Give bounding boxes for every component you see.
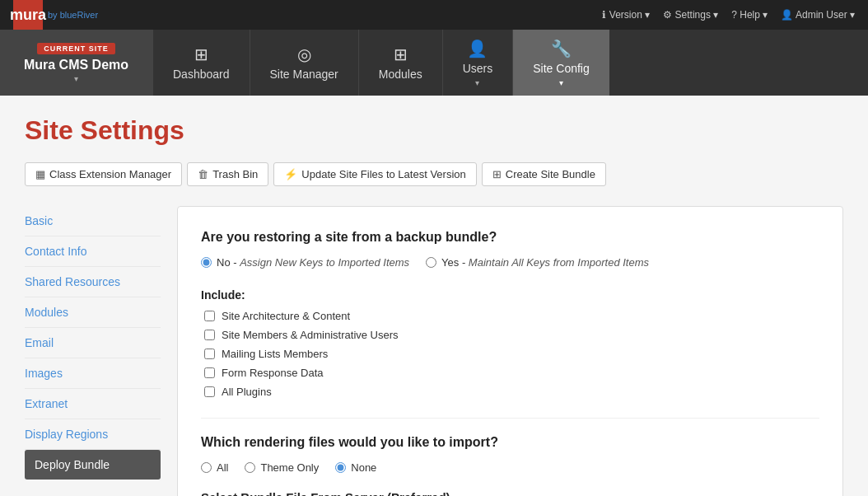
- rendering-all-option[interactable]: All: [201, 461, 228, 474]
- restore-question: Are you restoring a site from a backup b…: [201, 230, 819, 245]
- nav-label-users: Users: [463, 62, 493, 75]
- create-site-bundle-button[interactable]: ⊞ Create Site Bundle: [482, 162, 606, 186]
- sidebar-item-basic[interactable]: Basic: [25, 206, 161, 236]
- restore-yes-radio[interactable]: [426, 257, 436, 268]
- site-name: Mura CMS Demo: [24, 58, 128, 73]
- form-response-label: Form Response Data: [222, 367, 324, 379]
- rendering-none-radio[interactable]: [335, 462, 346, 473]
- nav-item-users[interactable]: 👤 Users ▾: [442, 30, 513, 96]
- nav-item-site-manager[interactable]: ◎ Site Manager: [250, 30, 358, 96]
- restore-radio-group: No - Assign New Keys to Imported Items Y…: [201, 256, 819, 269]
- by-blueriver: by blueRiver: [48, 10, 98, 20]
- rendering-none-option[interactable]: None: [335, 461, 376, 474]
- layout: Basic Contact Info Shared Resources Modu…: [25, 206, 843, 496]
- class-extension-manager-button[interactable]: ▦ Class Extension Manager: [25, 162, 182, 186]
- nav-label-dashboard: Dashboard: [173, 68, 230, 81]
- sidebar: Basic Contact Info Shared Resources Modu…: [25, 206, 177, 496]
- sidebar-item-display-regions[interactable]: Display Regions: [25, 419, 161, 450]
- restore-no-label: No - Assign New Keys to Imported Items: [217, 256, 409, 269]
- nav-item-site-config[interactable]: 🔧 Site Config ▾: [512, 30, 609, 96]
- include-checkbox-group: Site Architecture & Content Site Members…: [201, 310, 819, 398]
- restore-yes-label: Yes - Maintain All Keys from Imported It…: [441, 256, 649, 269]
- site-arch-checkbox[interactable]: [204, 311, 215, 321]
- nav-label-site-manager: Site Manager: [270, 68, 338, 81]
- nav-brand[interactable]: CURRENT SITE Mura CMS Demo ▾: [0, 30, 152, 96]
- include-label: Include:: [201, 288, 819, 302]
- page-title: Site Settings: [25, 115, 843, 146]
- content-panel: Are you restoring a site from a backup b…: [177, 206, 843, 496]
- sidebar-item-email[interactable]: Email: [25, 328, 161, 358]
- top-bar-left: mura by blueRiver: [13, 0, 98, 30]
- rendering-theme-only-radio[interactable]: [245, 462, 255, 473]
- toolbar: ▦ Class Extension Manager 🗑 Trash Bin ⚡ …: [25, 162, 843, 186]
- section-divider: [201, 418, 819, 419]
- all-plugins-label: All Plugins: [222, 386, 272, 398]
- top-bar: mura by blueRiver ℹ Version ▾ ⚙ Settings…: [0, 0, 868, 30]
- rendering-theme-only-option[interactable]: Theme Only: [245, 461, 319, 474]
- include-all-plugins[interactable]: All Plugins: [204, 386, 819, 398]
- sidebar-item-shared-resources[interactable]: Shared Resources: [25, 267, 161, 297]
- nav-item-modules[interactable]: ⊞ Modules: [358, 30, 442, 96]
- sidebar-item-modules[interactable]: Modules: [25, 297, 161, 328]
- sidebar-item-deploy-bundle[interactable]: Deploy Bundle: [25, 450, 161, 480]
- all-plugins-checkbox[interactable]: [204, 386, 215, 397]
- modules-icon: ⊞: [394, 44, 408, 64]
- site-config-icon: 🔧: [551, 39, 572, 58]
- trash-icon: 🗑: [198, 168, 208, 180]
- update-site-files-button[interactable]: ⚡ Update Site Files to Latest Version: [273, 162, 476, 186]
- bundle-icon: ⊞: [492, 168, 502, 180]
- update-icon: ⚡: [284, 168, 297, 180]
- sidebar-item-extranet[interactable]: Extranet: [25, 389, 161, 419]
- restore-no-option[interactable]: No - Assign New Keys to Imported Items: [201, 256, 409, 269]
- site-dropdown-arrow: ▾: [74, 74, 78, 83]
- form-response-checkbox[interactable]: [204, 367, 215, 378]
- trash-bin-button[interactable]: 🗑 Trash Bin: [187, 162, 268, 186]
- mailing-lists-checkbox[interactable]: [204, 349, 215, 359]
- version-menu[interactable]: ℹ Version ▾: [602, 9, 650, 21]
- include-site-members[interactable]: Site Members & Administrative Users: [204, 329, 819, 341]
- nav-item-dashboard[interactable]: ⊞ Dashboard: [152, 30, 250, 96]
- site-manager-icon: ◎: [297, 44, 311, 64]
- restore-no-radio[interactable]: [201, 257, 212, 268]
- admin-user-menu[interactable]: 👤 Admin User ▾: [781, 9, 855, 21]
- include-mailing-lists[interactable]: Mailing Lists Members: [204, 348, 819, 360]
- rendering-none-label: None: [351, 461, 376, 474]
- mailing-lists-label: Mailing Lists Members: [222, 348, 328, 360]
- rendering-all-label: All: [217, 461, 228, 474]
- nav-bar: CURRENT SITE Mura CMS Demo ▾ ⊞ Dashboard…: [0, 30, 868, 96]
- restore-yes-option[interactable]: Yes - Maintain All Keys from Imported It…: [426, 256, 649, 269]
- settings-menu[interactable]: ⚙ Settings ▾: [663, 9, 718, 21]
- include-form-response[interactable]: Form Response Data: [204, 367, 819, 379]
- rendering-all-radio[interactable]: [201, 462, 212, 473]
- help-menu[interactable]: ? Help ▾: [731, 9, 768, 21]
- current-site-badge: CURRENT SITE: [37, 43, 115, 54]
- mura-logo: mura: [13, 0, 43, 30]
- include-site-arch[interactable]: Site Architecture & Content: [204, 310, 819, 322]
- class-extension-icon: ▦: [35, 168, 45, 180]
- site-arch-label: Site Architecture & Content: [222, 310, 350, 322]
- site-members-label: Site Members & Administrative Users: [222, 329, 399, 341]
- nav-label-modules: Modules: [379, 68, 422, 81]
- content-section: Are you restoring a site from a backup b…: [177, 206, 843, 496]
- sidebar-item-contact-info[interactable]: Contact Info: [25, 236, 161, 267]
- bundle-section-title: Select Bundle File From Server (Preferre…: [201, 490, 819, 496]
- dashboard-icon: ⊞: [194, 44, 208, 64]
- sidebar-item-images[interactable]: Images: [25, 358, 161, 389]
- rendering-theme-only-label: Theme Only: [260, 461, 319, 474]
- logo-area: mura by blueRiver: [13, 0, 98, 30]
- users-icon: 👤: [467, 39, 488, 58]
- nav-items: ⊞ Dashboard ◎ Site Manager ⊞ Modules 👤 U…: [152, 30, 868, 96]
- rendering-question: Which rendering files would you like to …: [201, 435, 819, 450]
- main-content: Site Settings ▦ Class Extension Manager …: [0, 96, 868, 496]
- rendering-radio-group: All Theme Only None: [201, 461, 819, 474]
- site-members-checkbox[interactable]: [204, 330, 215, 340]
- top-bar-right: ℹ Version ▾ ⚙ Settings ▾ ? Help ▾ 👤 Admi…: [602, 9, 855, 21]
- nav-label-site-config: Site Config: [533, 62, 589, 75]
